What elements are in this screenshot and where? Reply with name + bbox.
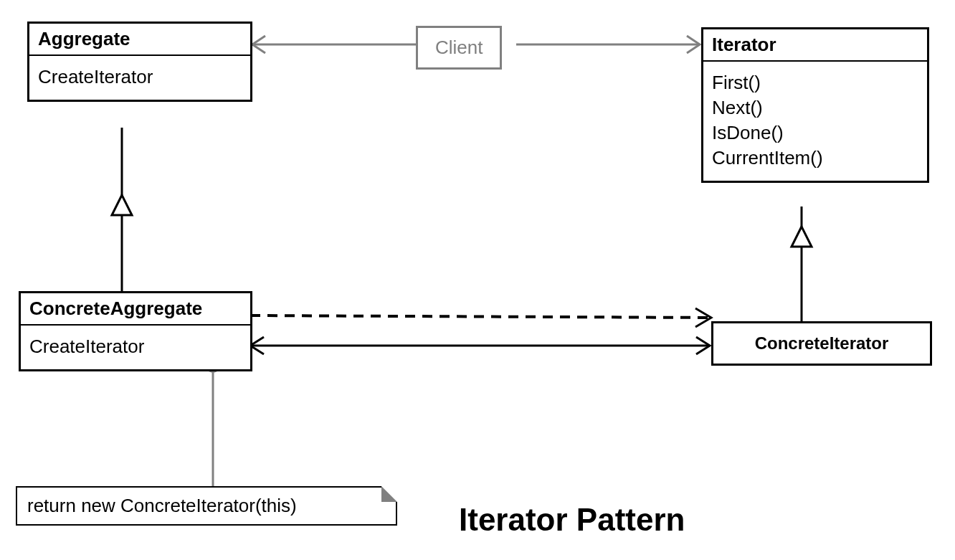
- class-client: Client: [416, 26, 502, 70]
- concrete-aggregate-method-0: CreateIterator: [29, 334, 242, 359]
- class-concrete-aggregate-name: ConcreteAggregate: [21, 293, 250, 326]
- client-label: Client: [435, 37, 483, 58]
- aggregate-method-0: CreateIterator: [38, 65, 242, 90]
- class-iterator-body: First() Next() IsDone() CurrentItem(): [703, 62, 927, 181]
- class-aggregate-name: Aggregate: [29, 24, 250, 56]
- note-return-concrete-iterator: return new ConcreteIterator(this): [16, 486, 397, 526]
- svg-marker-3: [112, 195, 132, 215]
- iterator-method-3: CurrentItem(): [712, 146, 918, 171]
- class-aggregate-body: CreateIterator: [29, 56, 250, 100]
- class-concrete-aggregate-body: CreateIterator: [21, 326, 250, 369]
- diagram-title: Iterator Pattern: [459, 502, 685, 538]
- iterator-method-1: Next(): [712, 95, 918, 120]
- class-aggregate: Aggregate CreateIterator: [27, 22, 252, 102]
- svg-line-8: [250, 315, 710, 318]
- class-concrete-aggregate: ConcreteAggregate CreateIterator: [19, 291, 252, 371]
- class-iterator: Iterator First() Next() IsDone() Current…: [701, 27, 929, 183]
- iterator-method-2: IsDone(): [712, 120, 918, 146]
- svg-marker-6: [792, 227, 812, 247]
- note-text: return new ConcreteIterator(this): [27, 495, 297, 516]
- class-iterator-name: Iterator: [703, 29, 927, 62]
- class-concrete-iterator-name: ConcreteIterator: [755, 333, 889, 353]
- class-concrete-iterator: ConcreteIterator: [711, 321, 932, 366]
- iterator-method-0: First(): [712, 70, 918, 95]
- note-fold-icon: [381, 486, 397, 502]
